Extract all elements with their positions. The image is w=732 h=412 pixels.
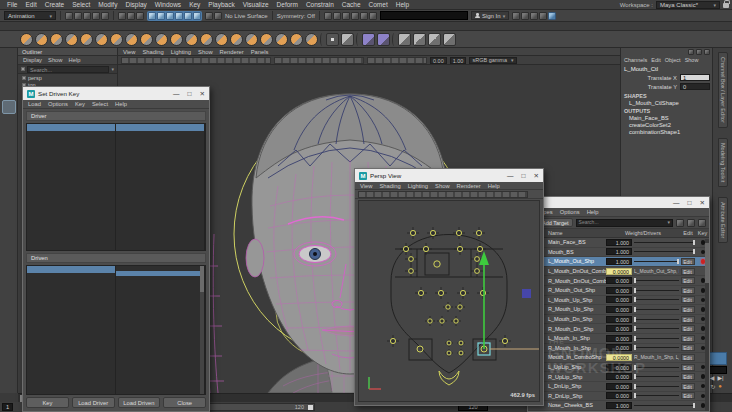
output-node-item[interactable]: Main_Face_BS xyxy=(621,114,712,121)
face-rig-board[interactable]: 462.9 fps xyxy=(358,200,540,402)
weight-value-field[interactable]: 0.0000 xyxy=(606,268,632,275)
viewport-menu-item[interactable]: Show xyxy=(198,49,213,55)
menu-item[interactable]: Select xyxy=(68,1,94,8)
menu-item[interactable]: Key xyxy=(185,1,204,8)
shape-editor-menu-item[interactable]: Options xyxy=(560,209,580,215)
column-edit[interactable]: Edit xyxy=(680,230,696,236)
outliner-menu-item[interactable]: Show xyxy=(48,57,63,63)
weight-slider[interactable] xyxy=(634,343,679,352)
render-icon[interactable] xyxy=(324,12,332,20)
close-icon[interactable]: ✕ xyxy=(200,90,205,98)
persp-menu-item[interactable]: View xyxy=(360,183,372,189)
snap-plane-icon[interactable] xyxy=(175,12,183,20)
pencil-icon[interactable] xyxy=(696,49,702,55)
workspace-lock-icon[interactable] xyxy=(723,3,729,8)
sculpt-brush-icon[interactable] xyxy=(275,33,288,46)
sculpt-brush-icon[interactable] xyxy=(80,33,93,46)
snap-curve-icon[interactable] xyxy=(157,12,165,20)
weight-value-field[interactable]: 0.0000 xyxy=(606,354,632,361)
blendshape-row[interactable]: L_Mouth_DnOut_ComboShp 0.0000 L_Mouth_Ou… xyxy=(528,267,709,277)
sdk-button[interactable]: Load Driven xyxy=(118,397,161,408)
slider-handle[interactable] xyxy=(634,317,636,322)
viewport-menu-item[interactable]: Renderer xyxy=(220,49,244,55)
sdk-menu-item[interactable]: Select xyxy=(92,101,108,107)
channel-box-menu-item[interactable]: Edit xyxy=(651,57,660,63)
blendshape-row[interactable]: L_DnLip_Shp 0.000 Edit xyxy=(528,382,709,392)
sculpt-brush-icon[interactable] xyxy=(155,33,168,46)
weight-slider[interactable]: L_Mouth_Out_Shp, L_Mouth_ xyxy=(634,267,679,276)
edit-button[interactable]: Edit xyxy=(681,373,695,380)
channel-box-menu-item[interactable]: Channels xyxy=(624,57,647,63)
viewport-menu-item[interactable]: View xyxy=(123,49,135,55)
weight-value-field[interactable]: 1.000 xyxy=(606,248,632,255)
pause-icon[interactable] xyxy=(369,12,377,20)
tool-settings-toggle-icon[interactable] xyxy=(521,12,529,20)
attribute-editor-toggle-icon[interactable] xyxy=(512,12,520,20)
weight-slider[interactable] xyxy=(634,238,695,247)
outliner-search-input[interactable]: Search... xyxy=(27,66,109,73)
persp-toolbar-icons[interactable] xyxy=(358,191,528,198)
paint-select-tool[interactable] xyxy=(2,84,16,98)
minimize-icon[interactable]: — xyxy=(673,199,680,206)
weight-slider[interactable] xyxy=(634,324,679,333)
maximize-icon[interactable]: □ xyxy=(188,90,192,97)
slider-handle[interactable] xyxy=(634,297,636,302)
color-management-dropdown[interactable]: sRGB gamma▾ xyxy=(469,57,516,64)
blendshape-row[interactable]: L_Mouth_Out_Shp 1.000 Edit xyxy=(528,257,709,267)
menu-item[interactable]: Playback xyxy=(204,1,238,8)
maximize-icon[interactable]: □ xyxy=(522,172,526,179)
menu-item[interactable]: Windows xyxy=(151,1,185,8)
outliner-item[interactable]: persp xyxy=(18,74,117,81)
shelf-separator[interactable] xyxy=(392,33,396,46)
persp-menu-item[interactable]: Shading xyxy=(379,183,400,189)
blendshape-row[interactable]: R_Mouth_DnOut_ComboShp 0.000 Edit xyxy=(528,276,709,286)
sdk-menu-item[interactable]: Options xyxy=(48,101,68,107)
sdk-button[interactable]: Load Driver xyxy=(72,397,115,408)
weight-slider[interactable] xyxy=(634,315,679,324)
blendshape-row[interactable]: Mouth_In_ComboShp 0.0000 R_Mouth_In_Shp,… xyxy=(528,353,709,363)
outliner-menu-item[interactable]: Display xyxy=(23,57,42,63)
move-tool[interactable] xyxy=(2,100,16,114)
new-group-icon[interactable] xyxy=(676,219,684,227)
persp-menu-item[interactable]: Show xyxy=(435,183,450,189)
edit-button[interactable]: Edit xyxy=(681,364,695,371)
sculpt-brush-icon[interactable] xyxy=(110,33,123,46)
menu-item[interactable]: Create xyxy=(41,1,69,8)
weight-value-field[interactable]: 0.000 xyxy=(606,287,632,294)
new-scene-icon[interactable] xyxy=(65,12,73,20)
menuset-dropdown[interactable]: Animation▾ xyxy=(4,11,56,20)
blendshape-row[interactable]: Main_Face_BS 1.000 Edit xyxy=(528,238,709,248)
weight-value-field[interactable]: 0.000 xyxy=(606,392,632,399)
shape-editor-menu-item[interactable]: Help xyxy=(587,209,599,215)
sculpt-brush-icon[interactable] xyxy=(290,33,303,46)
menu-item[interactable]: Edit xyxy=(21,1,40,8)
sdk-menu-item[interactable]: Load xyxy=(28,101,41,107)
weight-value-field[interactable]: 0.000 xyxy=(606,325,632,332)
lock-selection-icon[interactable] xyxy=(205,12,213,20)
edit-button[interactable]: Edit xyxy=(681,316,695,323)
gamma-field[interactable]: 1.00 xyxy=(450,57,467,64)
weight-value-field[interactable]: 0.000 xyxy=(606,373,632,380)
viewport-menu-item[interactable]: Lighting xyxy=(171,49,191,55)
viewport-display-icons[interactable] xyxy=(274,57,364,64)
persp-menu-item[interactable]: Help xyxy=(488,183,500,189)
display-layers-icon[interactable] xyxy=(351,12,359,20)
maximize-icon[interactable]: □ xyxy=(688,199,692,206)
blendshape-row[interactable]: R_DnLip_Shp 0.000 Edit xyxy=(528,392,709,402)
step-forward-frame-button[interactable]: ▶| xyxy=(718,374,724,381)
slider-handle[interactable] xyxy=(693,240,695,245)
blendshape-row[interactable]: L_Mouth_Dn_Shp 0.000 Edit xyxy=(528,315,709,325)
sculpt-brush-icon[interactable] xyxy=(245,33,258,46)
plugin-tool-icon[interactable] xyxy=(377,33,390,46)
menu-item[interactable]: Constrain xyxy=(302,1,338,8)
edit-button[interactable]: Edit xyxy=(681,287,695,294)
blendshape-row[interactable]: R_Mouth_Up_Shp 0.000 Edit xyxy=(528,305,709,315)
slider-handle[interactable] xyxy=(634,384,636,389)
driven-node-item[interactable] xyxy=(27,266,115,273)
exposure-field[interactable]: 0.00 xyxy=(430,57,447,64)
undo-icon[interactable] xyxy=(92,12,100,20)
misc-tool-icon[interactable] xyxy=(398,33,411,46)
sidebar-tab[interactable]: Channel Box / Layer Editor xyxy=(718,52,728,128)
shape-editor-search-input[interactable]: Search...▾ xyxy=(576,219,673,227)
edit-button[interactable]: Edit xyxy=(681,344,695,351)
